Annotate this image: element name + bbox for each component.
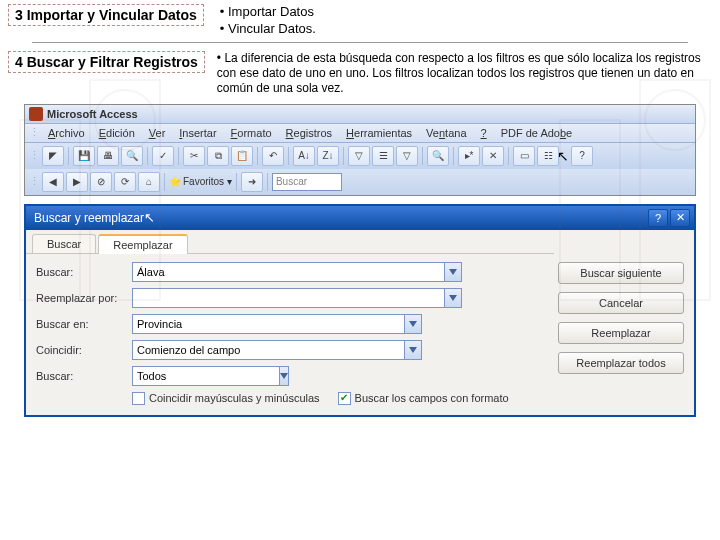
search-select[interactable] <box>132 366 279 386</box>
search-dropdown-icon[interactable] <box>279 366 289 386</box>
view-icon[interactable]: ◤ <box>42 146 64 166</box>
new-record-icon[interactable]: ▸* <box>458 146 480 166</box>
bullet-link: Vincular Datos. <box>220 21 316 38</box>
menu-registros[interactable]: Registros <box>280 126 338 140</box>
filter-form-icon[interactable]: ☰ <box>372 146 394 166</box>
find-next-button[interactable]: Buscar siguiente <box>558 262 684 284</box>
dialog-titlebar: Buscar y reemplazar ↖ ? ✕ <box>26 206 694 230</box>
match-dropdown-icon[interactable] <box>404 340 422 360</box>
section-3-title: 3 Importar y Vincular Datos <box>8 4 204 26</box>
check-match-case[interactable]: Coincidir mayúsculas y minúsculas <box>132 392 320 405</box>
access-logo-icon <box>29 107 43 121</box>
refresh-icon[interactable]: ⟳ <box>114 172 136 192</box>
replace-all-button[interactable]: Reemplazar todos <box>558 352 684 374</box>
go-icon[interactable]: ➜ <box>241 172 263 192</box>
home-icon[interactable]: ⌂ <box>138 172 160 192</box>
access-toolbar-row-2: ⋮ ◀ ▶ ⊘ ⟳ ⌂ ⭐ Favoritos ▾ ➜ Buscar <box>25 169 695 195</box>
toolbar-search-input[interactable]: Buscar <box>272 173 342 191</box>
checkbox-icon <box>132 392 145 405</box>
preview-icon[interactable]: 🔍 <box>121 146 143 166</box>
cancel-button[interactable]: Cancelar <box>558 292 684 314</box>
access-app-title: Microsoft Access <box>47 108 138 120</box>
favorites-dropdown[interactable]: ⭐ Favoritos ▾ <box>169 176 232 187</box>
section-4-title: 4 Buscar y Filtrar Registros <box>8 51 205 73</box>
delete-record-icon[interactable]: ✕ <box>482 146 504 166</box>
label-search: Buscar: <box>36 370 126 382</box>
help-icon[interactable]: ? <box>571 146 593 166</box>
tab-reemplazar[interactable]: Reemplazar <box>98 234 187 254</box>
menu-insertar[interactable]: Insertar <box>173 126 222 140</box>
bullet-import: Importar Datos <box>220 4 316 21</box>
tab-buscar[interactable]: Buscar <box>32 234 96 253</box>
menu-ver[interactable]: Ver <box>143 126 172 140</box>
check-formatted[interactable]: ✔ Buscar los campos con formato <box>338 392 509 405</box>
dialog-tabs: Buscar Reemplazar <box>26 230 554 254</box>
print-icon[interactable]: 🖶 <box>97 146 119 166</box>
replace-dropdown-icon[interactable] <box>444 288 462 308</box>
menu-herramientas[interactable]: Herramientas <box>340 126 418 140</box>
section-4-description: • La diferencia de esta búsqueda con res… <box>217 51 712 96</box>
find-dropdown-icon[interactable] <box>444 262 462 282</box>
menu-archivo[interactable]: Archivo <box>42 126 91 140</box>
menu-ventana[interactable]: Ventana <box>420 126 472 140</box>
dialog-title: Buscar y reemplazar <box>34 211 144 225</box>
undo-icon[interactable]: ↶ <box>262 146 284 166</box>
access-titlebar: Microsoft Access <box>25 105 695 124</box>
label-replace: Reemplazar por: <box>36 292 126 304</box>
cut-icon[interactable]: ✂ <box>183 146 205 166</box>
sort-asc-icon[interactable]: A↓ <box>293 146 315 166</box>
back-icon[interactable]: ◀ <box>42 172 64 192</box>
help-button[interactable]: ? <box>648 209 668 227</box>
menu-edicion[interactable]: Edición <box>93 126 141 140</box>
access-menubar: ⋮ Archivo Edición Ver Insertar Formato R… <box>25 124 695 143</box>
replace-input[interactable] <box>132 288 444 308</box>
find-icon[interactable]: 🔍 <box>427 146 449 166</box>
access-toolbar-row-1: ⋮ ◤ 💾 🖶 🔍 ✓ ✂ ⧉ 📋 ↶ A↓ Z↓ ▽ ☰ ▽ 🔍 ▸* ✕ ▭… <box>25 143 695 169</box>
label-find: Buscar: <box>36 266 126 278</box>
spell-icon[interactable]: ✓ <box>152 146 174 166</box>
label-match: Coincidir: <box>36 344 126 356</box>
section-3-bullets: Importar Datos Vincular Datos. <box>220 4 316 38</box>
find-replace-dialog: Buscar y reemplazar ↖ ? ✕ Buscar Reempla… <box>24 204 696 417</box>
lookin-dropdown-icon[interactable] <box>404 314 422 334</box>
menu-pdf[interactable]: PDF de Adobe <box>495 126 579 140</box>
replace-button[interactable]: Reemplazar <box>558 322 684 344</box>
save-icon[interactable]: 💾 <box>73 146 95 166</box>
cursor-icon: ↖ <box>557 148 569 164</box>
filter-toggle-icon[interactable]: ▽ <box>396 146 418 166</box>
check-formatted-label: Buscar los campos con formato <box>355 392 509 404</box>
match-select[interactable] <box>132 340 404 360</box>
divider <box>32 42 688 43</box>
props-icon[interactable]: ☷ <box>537 146 559 166</box>
label-lookin: Buscar en: <box>36 318 126 330</box>
paste-icon[interactable]: 📋 <box>231 146 253 166</box>
forward-icon[interactable]: ▶ <box>66 172 88 192</box>
cursor-icon: ↖ <box>144 210 155 225</box>
find-input[interactable] <box>132 262 444 282</box>
menu-help[interactable]: ? <box>475 126 493 140</box>
lookin-select[interactable] <box>132 314 404 334</box>
menu-formato[interactable]: Formato <box>225 126 278 140</box>
stop-icon[interactable]: ⊘ <box>90 172 112 192</box>
access-toolbar-screenshot: Microsoft Access ⋮ Archivo Edición Ver I… <box>24 104 696 196</box>
close-button[interactable]: ✕ <box>670 209 690 227</box>
sort-desc-icon[interactable]: Z↓ <box>317 146 339 166</box>
window-icon[interactable]: ▭ <box>513 146 535 166</box>
filter-selection-icon[interactable]: ▽ <box>348 146 370 166</box>
copy-icon[interactable]: ⧉ <box>207 146 229 166</box>
check-match-case-label: Coincidir mayúsculas y minúsculas <box>149 392 320 404</box>
checkbox-checked-icon: ✔ <box>338 392 351 405</box>
